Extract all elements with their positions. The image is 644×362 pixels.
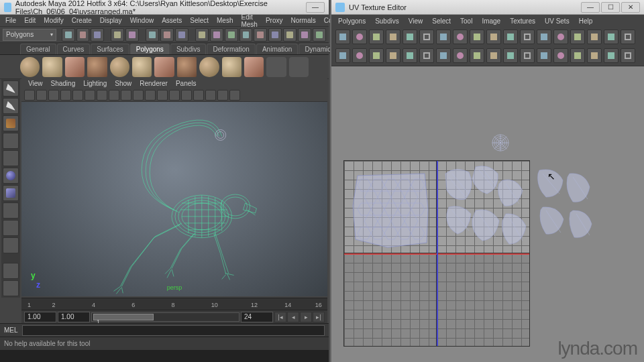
snap-grid-icon[interactable] — [239, 28, 253, 42]
play-button[interactable]: ▸ — [300, 312, 312, 322]
manip-tool-icon[interactable] — [3, 185, 19, 201]
uv-tool-5-icon[interactable] — [402, 48, 417, 63]
vp-res-icon[interactable] — [85, 90, 95, 101]
vp-camera-icon[interactable] — [24, 90, 35, 101]
rewind-button[interactable]: |◂ — [274, 312, 286, 322]
shelf-tab-animation[interactable]: Animation — [256, 44, 298, 54]
uv-layout-icon[interactable] — [470, 29, 484, 44]
menu-mesh[interactable]: Mesh — [214, 15, 235, 25]
snap-curve-icon[interactable] — [254, 28, 267, 42]
poly-cylinder-icon[interactable] — [65, 57, 85, 77]
uv-cut-icon[interactable] — [402, 29, 417, 44]
open-scene-icon[interactable] — [76, 28, 90, 42]
menu-select[interactable]: Select — [187, 15, 211, 25]
poly-cone-icon[interactable] — [87, 57, 107, 77]
range-handle[interactable]: 1 — [93, 314, 154, 320]
poly-torus-icon[interactable] — [132, 57, 152, 77]
uv-tool-9-icon[interactable] — [470, 48, 484, 63]
uv-tool-4-icon[interactable] — [386, 48, 400, 63]
select-tool-icon[interactable] — [3, 80, 19, 97]
range-start2[interactable]: 1.00 — [58, 312, 90, 322]
uv-menu-uvsets[interactable]: UV Sets — [542, 16, 572, 26]
vp-grid-icon[interactable] — [60, 90, 71, 101]
timeline[interactable]: 1 2 4 6 8 10 12 14 16 1.00 1.00 1 24 |◂ … — [21, 298, 327, 323]
snap-plane-icon[interactable] — [283, 28, 297, 42]
uv-grid-icon[interactable] — [537, 29, 551, 44]
uv-tool-17-icon[interactable] — [604, 48, 619, 63]
time-scale[interactable]: 1 2 4 6 8 10 12 14 16 — [21, 298, 327, 310]
uv-tool-11-icon[interactable] — [503, 48, 518, 63]
uv-tool-16-icon[interactable] — [587, 48, 602, 63]
range-start[interactable]: 1.00 — [24, 312, 56, 322]
uv-relax-icon[interactable] — [570, 29, 585, 44]
vp-bookmark-icon[interactable] — [36, 90, 47, 101]
poly-pipe-icon[interactable] — [199, 57, 219, 77]
poly-soccer-icon[interactable] — [244, 57, 264, 77]
new-scene-icon[interactable] — [62, 28, 75, 42]
scale-icon[interactable] — [225, 28, 238, 42]
uv-shade-icon[interactable] — [621, 29, 635, 44]
paint-select-icon[interactable] — [175, 28, 189, 42]
shelf-tab-polygons[interactable]: Polygons — [130, 44, 170, 54]
poly-cube-icon[interactable] — [42, 57, 62, 77]
uv-tool-3-icon[interactable] — [369, 48, 384, 63]
shelf-tab-curves[interactable]: Curves — [57, 44, 91, 54]
menu-normals[interactable]: Normals — [288, 15, 318, 25]
command-input[interactable] — [22, 325, 325, 336]
view-menu-shading[interactable]: Shading — [48, 80, 78, 87]
uv-move-sew-icon[interactable] — [436, 29, 451, 44]
lasso-icon[interactable] — [160, 28, 174, 42]
uv-canvas[interactable]: ↖ — [331, 66, 644, 362]
uv-sew-icon[interactable] — [419, 29, 434, 44]
vp-tex-icon[interactable] — [133, 90, 144, 101]
minimize-button[interactable]: — — [306, 2, 325, 13]
uv-dim-icon[interactable] — [604, 29, 619, 44]
uv-tool-15-icon[interactable] — [570, 48, 585, 63]
uv-tool-7-icon[interactable] — [436, 48, 451, 63]
uv-tool-12-icon[interactable] — [520, 48, 535, 63]
vp-hq-icon[interactable] — [193, 90, 204, 101]
layout-quad-icon[interactable] — [3, 280, 19, 296]
perspective-viewport[interactable]: y z persp — [21, 102, 327, 296]
uv-tool-14-icon[interactable] — [553, 48, 568, 63]
shelf-tab-deformation[interactable]: Deformation — [207, 44, 255, 54]
menu-window[interactable]: Window — [127, 15, 157, 25]
menu-create[interactable]: Create — [69, 15, 95, 25]
uv-align-v-icon[interactable] — [520, 29, 535, 44]
poly-type-icon[interactable] — [266, 57, 286, 77]
snap-point-icon[interactable] — [268, 28, 282, 42]
mode-dropdown[interactable]: Polygons — [3, 29, 56, 41]
last-tool-icon[interactable] — [3, 237, 19, 253]
shelf-tab-subdivs[interactable]: Subdivs — [170, 44, 207, 54]
uv-rotate-cw-icon[interactable] — [386, 29, 400, 44]
poly-prism-icon[interactable] — [154, 57, 174, 77]
view-menu-lighting[interactable]: Lighting — [80, 80, 109, 87]
move-tool-icon[interactable] — [3, 133, 19, 149]
uv-tool-10-icon[interactable] — [486, 48, 501, 63]
uv-tool-18-icon[interactable] — [621, 48, 635, 63]
uv-tool-6-icon[interactable] — [419, 48, 434, 63]
uv-rotate-ccw-icon[interactable] — [369, 29, 384, 44]
uv-menu-subdivs[interactable]: Subdivs — [372, 16, 402, 26]
uv-tool-1-icon[interactable] — [335, 48, 350, 63]
render-icon[interactable] — [298, 28, 311, 42]
vp-light-icon[interactable] — [145, 90, 156, 101]
uv-close-button[interactable]: ✕ — [621, 2, 640, 13]
vp-shade-icon[interactable] — [109, 90, 119, 101]
uv-menu-polygons[interactable]: Polygons — [335, 16, 368, 26]
uv-tool-13-icon[interactable] — [537, 48, 551, 63]
view-menu-renderer[interactable]: Renderer — [137, 80, 170, 87]
stepback-button[interactable]: ◂ — [287, 312, 299, 322]
redo-icon[interactable] — [125, 28, 139, 42]
show-manip-icon[interactable] — [3, 220, 19, 236]
poly-sphere-icon[interactable] — [20, 57, 40, 77]
scale-tool-icon[interactable] — [3, 168, 19, 184]
uv-tool-8-icon[interactable] — [453, 48, 468, 63]
menu-edit[interactable]: Edit — [21, 15, 38, 25]
vp-film-icon[interactable] — [72, 90, 83, 101]
range-end2[interactable]: 24 — [241, 312, 273, 322]
move-icon[interactable] — [195, 28, 209, 42]
layout-single-icon[interactable] — [3, 263, 19, 279]
menu-display[interactable]: Display — [97, 15, 125, 25]
vp-shadow-icon[interactable] — [157, 90, 168, 101]
